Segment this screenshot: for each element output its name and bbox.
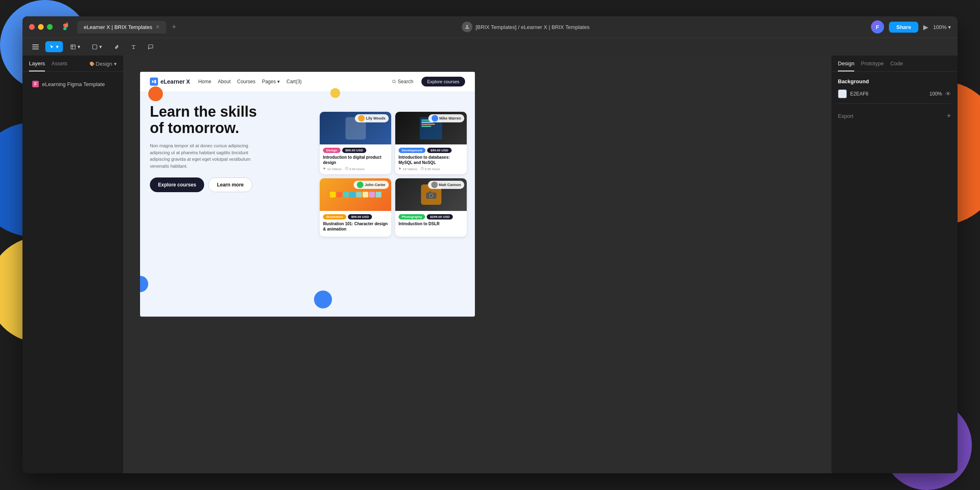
main-area: Layers Assets 🎨 Design ▾ F eLearning Fig… [22,55,958,473]
nav-pages[interactable]: Pages ▾ [262,79,280,84]
zoom-label[interactable]: 100% ▾ [933,24,951,30]
nav-cart[interactable]: Cart(3) [286,79,301,84]
card-image-2: Mike Warren [395,112,467,144]
course-card-2[interactable]: Mike Warren Development $99.00 USD Intro… [395,112,467,174]
share-button[interactable]: Share [889,22,918,33]
card-videos-2: 18 Videos [399,167,417,171]
svg-rect-1 [71,44,76,49]
play-icon[interactable]: ▶ [923,23,928,31]
card-title-3: Illustration 101: Character design & ani… [323,221,388,232]
card-body-4: Photography $299.00 USD Introduction to … [395,211,467,231]
card-videos-1: 12 Videos [323,167,342,171]
traffic-light-fullscreen[interactable] [47,24,53,30]
toolbar: ▾ ▾ ▾ [22,38,958,55]
card-tag-photography: Photography [399,214,425,220]
card-title-2: Introduction to databases: MySQL and NoS… [399,155,463,165]
sidebar-tab-layers[interactable]: Layers [29,60,45,71]
site-logo-text: eLearner X [160,78,190,85]
design-dropdown[interactable]: 🎨 Design ▾ [89,60,117,71]
card-image-4: Matt Cannon [395,178,467,211]
card-tags-3: Illustration $99.00 USD [323,214,388,220]
move-tool-label: ▾ [56,44,59,50]
site-hero: Learn the skills of tomorrow. Non magna … [140,91,475,204]
deco-half-blue [140,276,148,292]
left-sidebar: Layers Assets 🎨 Design ▾ F eLearning Fig… [22,55,124,473]
nav-explore-button[interactable]: Explore courses [421,77,465,86]
author-avatar-2 [432,115,438,122]
layer-item[interactable]: F eLearning Figma Template [29,78,117,90]
tab-bar: eLearner X | BRIX Templates ✕ + [77,21,180,33]
eye-icon[interactable]: 👁 [945,91,951,97]
svg-rect-5 [152,81,154,83]
nav-home[interactable]: Home [198,79,211,84]
card-price-1: $99.00 USD [342,148,367,153]
export-label: Export [838,113,853,119]
traffic-lights [29,24,53,30]
section-divider [838,103,951,104]
card-image-3: John Carter [320,178,391,211]
card-author-2: Mike Warren [428,114,464,122]
card-tags-4: Photography $299.00 USD [399,214,463,220]
frame-tool-label: ▾ [78,44,80,50]
card-body-3: Illustration $99.00 USD Illustration 101… [320,211,391,237]
traffic-light-close[interactable] [29,24,35,30]
rect-tool-label: ▾ [99,44,102,50]
export-add-button[interactable]: + [947,112,951,120]
breadcrumb: [BRIX Templates] / eLearner X | BRIX Tem… [476,24,590,30]
hero-explore-button[interactable]: Explore courses [150,177,204,192]
card-title-4: Introduction to DSLR [399,221,463,226]
rectangle-tool-button[interactable]: ▾ [88,41,106,52]
titlebar-right: F Share ▶ 100% ▾ [871,20,951,33]
site-nav: eLearner X Home About Courses Pages ▾ Ca… [140,72,475,91]
canvas-area[interactable]: eLearner X Home About Courses Pages ▾ Ca… [124,55,831,473]
course-cards: Lily Woods Design $99.00 USD Introductio… [320,112,467,237]
traffic-light-minimize[interactable] [38,24,44,30]
deco-blue-circle [314,290,332,308]
svg-rect-6 [154,80,156,83]
card-meta-2: 18 Videos 9:35 hours [399,167,463,171]
hero-learn-more-button[interactable]: Learn more [208,177,252,192]
course-card-1[interactable]: Lily Woods Design $99.00 USD Introductio… [320,112,391,174]
layer-icon: F [32,81,39,87]
text-tool-button[interactable] [127,42,140,52]
site-logo: eLearner X [150,78,190,86]
menu-button[interactable] [29,42,42,52]
sidebar-tab-assets[interactable]: Assets [51,60,67,71]
course-card-4[interactable]: Matt Cannon Photography $299.00 USD Intr… [395,178,467,237]
course-card-3[interactable]: John Carter Illustration $99.00 USD Illu… [320,178,391,237]
card-duration-1: 4:28 hours [345,167,365,171]
right-tab-prototype[interactable]: Prototype [861,60,884,71]
right-tab-code[interactable]: Code [890,60,903,71]
right-content: Background E2EAF6 100% 👁 Export + [831,72,958,127]
card-body-2: Development $99.00 USD Introduction to d… [395,144,467,174]
comment-tool-button[interactable] [144,42,158,52]
move-tool-button[interactable]: ▾ [45,41,63,52]
nav-courses[interactable]: Courses [237,79,256,84]
sidebar-content: F eLearning Figma Template [22,72,123,473]
card-tags-2: Development $99.00 USD [399,148,463,153]
card-duration-2: 9:35 hours [421,167,440,171]
new-tab-button[interactable]: + [168,21,180,33]
color-swatch[interactable] [838,89,847,98]
hex-value[interactable]: E2EAF6 [850,91,926,97]
layer-label: eLearning Figma Template [42,81,105,87]
card-author-3: John Carter [354,181,389,189]
right-tab-design[interactable]: Design [838,60,854,71]
card-author-4: Matt Cannon [428,181,465,189]
active-tab[interactable]: eLearner X | BRIX Templates ✕ [77,21,166,33]
export-row: Export + [838,112,951,120]
nav-search[interactable]: Search [392,79,413,84]
card-price-2: $99.00 USD [427,148,452,153]
tab-close-icon[interactable]: ✕ [156,24,160,30]
background-property: E2EAF6 100% 👁 [838,89,951,98]
card-tags-1: Design $99.00 USD [323,148,388,153]
pen-tool-button[interactable] [109,42,123,52]
user-avatar-icon [462,22,472,32]
background-section-label: Background [838,78,951,84]
opacity-value[interactable]: 100% [929,91,942,97]
frame-tool-button[interactable]: ▾ [66,41,85,52]
right-sidebar: Design Prototype Code Background E2EAF6 … [831,55,958,473]
color-swatches [328,190,383,199]
main-window: eLearner X | BRIX Templates ✕ + [BRIX Te… [22,16,958,473]
nav-about[interactable]: About [218,79,230,84]
